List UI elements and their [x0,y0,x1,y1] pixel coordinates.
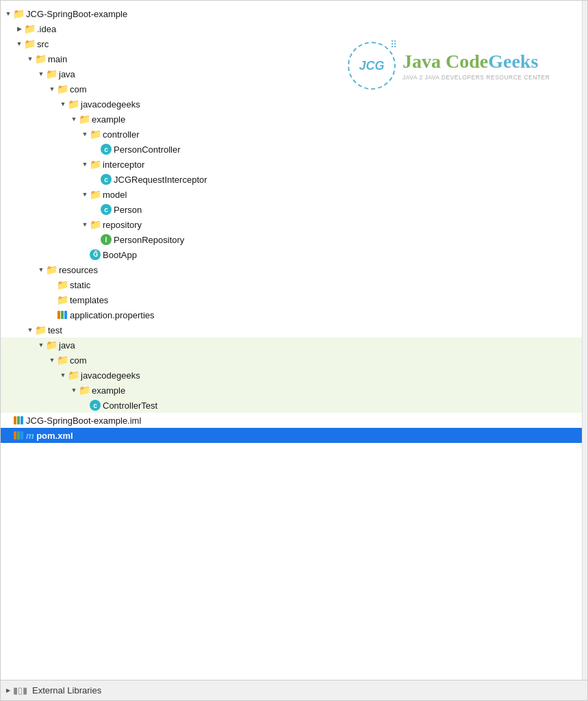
node-label: model [103,190,127,200]
logo-jcg-text: JCG [359,59,384,73]
tree-node-repository[interactable]: 📁 repository [1,217,587,232]
scrollbar[interactable] [582,1,587,680]
arrow-open [58,99,68,109]
folder-icon: 📁 [57,84,68,94]
node-label-pom: m pom.xml [26,431,73,441]
external-libraries-label: External Libraries [32,685,101,696]
tree-area[interactable]: JCG ⠿ Java Code Geeks Java 2 Java Develo… [1,1,587,680]
tree-node-example-test[interactable]: 📁 example [1,383,587,398]
tree-node-PersonRepository[interactable]: I PersonRepository [1,232,587,247]
folder-icon: 📁 [57,279,68,290]
logo-area: JCG ⠿ Java Code Geeks Java 2 Java Develo… [348,42,567,90]
tree-node-interceptor[interactable]: 📁 interceptor [1,157,587,172]
tree-node-Person[interactable]: c Person [1,202,587,217]
folder-icon: 📁 [68,99,79,110]
tree-node-idea[interactable]: 📁 .idea [1,21,587,36]
folder-blue-icon: 📁 [46,68,57,79]
node-label: resources [59,265,98,275]
tree-node-templates[interactable]: 📁 templates [1,292,587,307]
tree-node-resources[interactable]: 📁 resources [1,262,587,277]
node-label: interceptor [103,160,144,170]
tree-node-example[interactable]: 📁 example [1,112,587,127]
svg-rect-1 [61,311,64,319]
node-label: JCG-SpringBoot-example [26,9,127,19]
arrow-open [3,9,13,18]
svg-rect-8 [21,431,23,439]
logo-dots: ⠿ [390,39,397,50]
node-label: templates [70,295,108,305]
folder-icon: 📁 [90,219,101,230]
svg-rect-6 [14,431,16,439]
tree-node-PersonController[interactable]: c PersonController [1,142,587,157]
folder-icon: 📁 [24,38,35,49]
node-label: static [70,280,90,290]
class-badge: c [101,144,112,155]
node-label: PersonController [114,144,181,155]
node-label: example [92,114,125,125]
folder-icon: 📁 [90,159,101,170]
tree-node-BootApp[interactable]: G̈ BootApp [1,247,587,262]
tree-node-JCG-SpringBoot-example.iml[interactable]: JCG-SpringBoot-example.iml [1,413,587,428]
tree-node-java-test[interactable]: 📁 java [1,337,587,353]
svg-rect-2 [64,311,67,319]
folder-icon: 📁 [68,370,79,381]
arrow-open [36,69,46,79]
folder-icon: 📁 [24,23,35,34]
logo-circle: JCG ⠿ [348,42,396,90]
folder-icon: 📁 [57,355,68,366]
folder-icon: 📁 [35,53,46,64]
tree-node-root[interactable]: 📁 JCG-SpringBoot-example [1,6,587,21]
interface-badge: I [101,234,112,245]
svg-rect-7 [17,431,20,439]
arrow-open [47,355,57,365]
tree-node-com-test[interactable]: 📁 com [1,353,587,368]
node-label: javacodegeeks [81,99,140,110]
node-label: controller [103,129,139,140]
node-label: example [92,385,125,396]
external-libraries-item[interactable]: ▶ ▮▯▮ External Libraries [6,685,101,696]
arrow-closed [14,24,24,34]
pom-icon [13,430,24,441]
tree-node-JCGRequestInterceptor[interactable]: c JCGRequestInterceptor [1,172,587,187]
node-label: javacodegeeks [81,370,140,381]
class-badge: c [90,400,101,411]
svg-rect-3 [14,416,16,424]
tree-node-test[interactable]: 📁 test [1,322,587,337]
folder-icon: 📁 [46,264,57,275]
tree-node-static[interactable]: 📁 static [1,277,587,292]
node-label: src [37,39,49,49]
folder-icon: 📁 [57,294,68,305]
folder-icon: 📁 [79,114,90,125]
bottom-bar: ▶ ▮▯▮ External Libraries [1,680,587,700]
logo-blue-text: Geeks [488,51,538,73]
arrow-open [36,265,46,275]
node-label: JCG-SpringBoot-example.iml [26,416,141,426]
node-label: Person [114,205,142,215]
arrow-open [80,220,90,229]
node-label: com [70,84,87,94]
class-badge: c [101,174,112,185]
expand-arrow: ▶ [6,687,10,693]
tree-node-pom.xml[interactable]: m pom.xml [1,428,587,443]
project-panel: JCG ⠿ Java Code Geeks Java 2 Java Develo… [0,0,588,701]
node-label: com [70,355,87,366]
tree-node-javacodegeeks-test[interactable]: 📁 javacodegeeks [1,368,587,383]
iml-icon [13,415,24,426]
node-label: java [59,69,75,79]
arrow-open [69,114,79,124]
folder-icon: 📁 [90,129,101,140]
svg-rect-4 [17,416,20,424]
library-icon: ▮▯▮ [13,685,27,696]
app-badge: G̈ [90,249,101,260]
folder-icon: 📁 [13,8,24,19]
tree-node-javacodegeeks[interactable]: 📁 javacodegeeks [1,97,587,112]
tree-node-model[interactable]: 📁 model [1,187,587,202]
tree-node-application.properties[interactable]: application.properties [1,307,587,322]
class-badge: c [101,204,112,215]
tree-node-ControllerTest[interactable]: c ControllerTest [1,398,587,413]
node-label: JCGRequestInterceptor [114,175,207,185]
logo-green-text: Java Code [402,51,488,73]
node-label: main [48,54,67,64]
logo-subtitle: Java 2 Java Developers Resource Center [402,74,550,81]
tree-node-controller[interactable]: 📁 controller [1,127,587,142]
